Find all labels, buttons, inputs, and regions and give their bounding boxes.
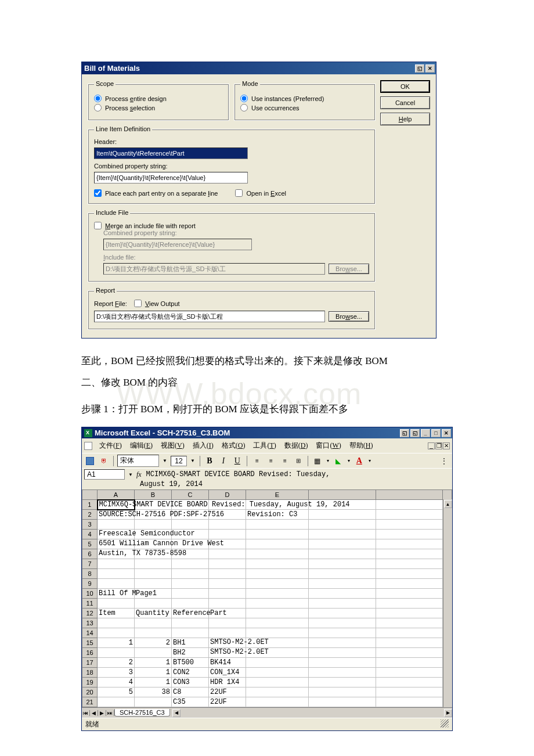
- menu-format[interactable]: 格式(O): [218, 440, 249, 452]
- cell[interactable]: [309, 618, 376, 628]
- cell[interactable]: [172, 579, 209, 589]
- cell[interactable]: [376, 628, 443, 638]
- cell[interactable]: [309, 539, 376, 549]
- cell[interactable]: [376, 539, 443, 549]
- cell[interactable]: Revision: C3: [246, 510, 309, 520]
- cell[interactable]: [135, 697, 172, 707]
- table-row[interactable]: 14: [82, 628, 452, 638]
- cell[interactable]: [98, 697, 135, 707]
- cell[interactable]: [376, 569, 443, 579]
- doc-restore[interactable]: _: [428, 442, 435, 449]
- cell[interactable]: [376, 658, 443, 668]
- cell[interactable]: [309, 609, 376, 618]
- row-header[interactable]: 15: [82, 638, 98, 648]
- mode-occurrences-radio[interactable]: Use occurrences: [240, 104, 369, 111]
- cell[interactable]: [98, 559, 135, 569]
- cell[interactable]: [309, 530, 376, 539]
- cell[interactable]: Part: [209, 609, 246, 618]
- scroll-up-icon[interactable]: ▲: [444, 500, 452, 508]
- row-header[interactable]: 2: [82, 510, 98, 520]
- font-selector[interactable]: 宋体: [117, 455, 159, 467]
- resize-grip[interactable]: [441, 719, 449, 728]
- scroll-right-icon[interactable]: ▶: [444, 709, 452, 717]
- table-row[interactable]: 13: [82, 618, 452, 628]
- cell[interactable]: 38: [135, 687, 172, 697]
- cell[interactable]: [135, 618, 172, 628]
- cell[interactable]: [309, 559, 376, 569]
- ok-button[interactable]: OK: [380, 80, 430, 93]
- col-header-c[interactable]: C: [172, 490, 209, 500]
- cell[interactable]: BH1: [172, 638, 209, 648]
- cell[interactable]: [246, 549, 309, 559]
- cancel-button[interactable]: Cancel: [380, 96, 430, 109]
- scope-entire-radio[interactable]: Process entire design: [94, 95, 223, 102]
- size-selector[interactable]: 12: [171, 456, 187, 466]
- cell[interactable]: [309, 687, 376, 697]
- cell[interactable]: [209, 579, 246, 589]
- cell[interactable]: 4: [98, 678, 135, 687]
- place-each-check[interactable]: Place each part entry on a separate line: [94, 189, 218, 197]
- cell[interactable]: 1: [135, 668, 172, 678]
- report-file-input[interactable]: [94, 311, 325, 322]
- cell[interactable]: Freescale Semiconductor: [98, 530, 135, 539]
- cell[interactable]: SMTSO-M2-2.0ET: [209, 648, 246, 658]
- menu-insert[interactable]: 插入(I): [189, 440, 217, 452]
- cell[interactable]: [135, 628, 172, 638]
- cell[interactable]: [172, 618, 209, 628]
- excel-close[interactable]: ✕: [442, 429, 451, 437]
- cell[interactable]: Item: [98, 609, 135, 618]
- cell[interactable]: [135, 569, 172, 579]
- cell[interactable]: [246, 697, 309, 707]
- cell[interactable]: [246, 569, 309, 579]
- cell[interactable]: [376, 500, 443, 510]
- row-header[interactable]: 14: [82, 628, 98, 638]
- table-row[interactable]: 2SOURCE:SCH-27516 PDF:SPF-27516Revision:…: [82, 510, 452, 520]
- cell[interactable]: [376, 589, 443, 599]
- table-row[interactable]: 1941CON3HDR 1X4: [82, 678, 452, 687]
- cell[interactable]: [376, 638, 443, 648]
- cell[interactable]: BT500: [172, 658, 209, 668]
- view-output-check[interactable]: View Output: [134, 300, 180, 307]
- row-header[interactable]: 8: [82, 569, 98, 579]
- cell[interactable]: [309, 569, 376, 579]
- cell[interactable]: [246, 618, 309, 628]
- cell[interactable]: [209, 530, 246, 539]
- cell[interactable]: [135, 599, 172, 609]
- row-header[interactable]: 12: [82, 609, 98, 618]
- cell[interactable]: [135, 559, 172, 569]
- table-row[interactable]: 9: [82, 579, 452, 589]
- tab-first[interactable]: ⏮: [82, 710, 90, 716]
- cell[interactable]: 22UF: [209, 697, 246, 707]
- cell[interactable]: [98, 648, 135, 658]
- cell[interactable]: [246, 687, 309, 697]
- tab-last[interactable]: ⏭: [106, 710, 114, 716]
- cell[interactable]: [309, 549, 376, 559]
- cell[interactable]: [246, 559, 309, 569]
- cell[interactable]: [246, 628, 309, 638]
- cell[interactable]: 2: [98, 658, 135, 668]
- name-box[interactable]: A1: [84, 469, 125, 480]
- cell[interactable]: CON2: [172, 668, 209, 678]
- cell[interactable]: [172, 589, 209, 599]
- header-input[interactable]: [94, 147, 248, 159]
- table-row[interactable]: 16BH2SMTSO-M2-2.0ET: [82, 648, 452, 658]
- permission-button[interactable]: ⛨: [98, 455, 110, 467]
- table-row[interactable]: 1721BT500BK414: [82, 658, 452, 668]
- row-header[interactable]: 20: [82, 687, 98, 697]
- table-row[interactable]: 4Freescale Semiconductor: [82, 530, 452, 539]
- cell[interactable]: 22UF: [209, 687, 246, 697]
- menu-file[interactable]: 文件(F): [96, 440, 125, 452]
- merge-check[interactable]: Merge an include file with report: [94, 222, 369, 229]
- table-row[interactable]: 12ItemQuantityReferencePart: [82, 609, 452, 618]
- font-dropdown-icon[interactable]: ▼: [161, 458, 168, 463]
- cell[interactable]: [309, 510, 376, 520]
- cell[interactable]: [135, 648, 172, 658]
- cell[interactable]: 2: [135, 638, 172, 648]
- col-header-d[interactable]: D: [209, 490, 246, 500]
- sheet-tab[interactable]: SCH-27516_C3: [114, 709, 170, 717]
- merge-input[interactable]: [94, 222, 102, 229]
- fx-icon[interactable]: fx: [136, 470, 142, 479]
- cell[interactable]: [376, 697, 443, 707]
- cell[interactable]: BH2: [172, 648, 209, 658]
- merge-button[interactable]: ⊞: [293, 455, 304, 467]
